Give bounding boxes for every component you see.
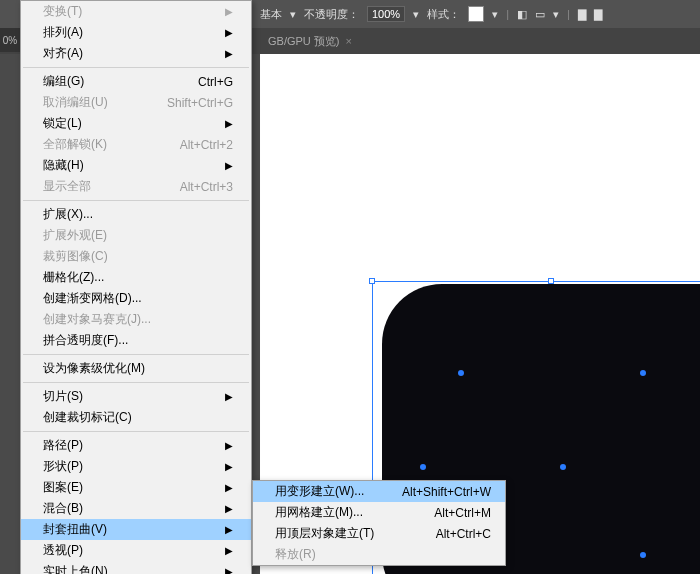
menu-item-unlock-all: 全部解锁(K)Alt+Ctrl+2: [21, 134, 251, 155]
menu-item-ungroup: 取消编组(U)Shift+Ctrl+G: [21, 92, 251, 113]
menu-item-blend[interactable]: 混合(B)▶: [21, 498, 251, 519]
align-icon[interactable]: ◧: [517, 8, 527, 21]
submenu-arrow-icon: ▶: [225, 440, 233, 451]
menu-divider: [23, 354, 249, 355]
submenu-item-make-with-warp[interactable]: 用变形建立(W)...Alt+Shift+Ctrl+W: [253, 481, 505, 502]
menu-divider: [23, 382, 249, 383]
submenu-arrow-icon: ▶: [225, 391, 233, 402]
submenu-arrow-icon: ▶: [225, 27, 233, 38]
submenu-arrow-icon: ▶: [225, 545, 233, 556]
basic-label[interactable]: 基本: [260, 7, 282, 22]
menu-item-label: 扩展(X)...: [43, 206, 93, 223]
selection-handle[interactable]: [369, 278, 375, 284]
close-icon[interactable]: ×: [346, 35, 352, 47]
menu-item-envelope-distort[interactable]: 封套扭曲(V)▶: [21, 519, 251, 540]
dropdown-icon[interactable]: ▾: [553, 8, 559, 21]
menu-item-label: 隐藏(H): [43, 157, 84, 174]
document-tab[interactable]: GB/GPU 预览) ×: [260, 30, 360, 53]
menu-item-label: 创建裁切标记(C): [43, 409, 132, 426]
menu-item-pixel-perfect[interactable]: 设为像素级优化(M): [21, 358, 251, 379]
submenu-item-release: 释放(R): [253, 544, 505, 565]
anchor-point[interactable]: [560, 464, 566, 470]
menu-item-shortcut: Alt+Ctrl+C: [436, 527, 491, 541]
submenu-arrow-icon: ▶: [225, 503, 233, 514]
submenu-arrow-icon: ▶: [225, 566, 233, 574]
envelope-distort-submenu[interactable]: 用变形建立(W)...Alt+Shift+Ctrl+W用网格建立(M)...Al…: [252, 480, 506, 566]
menu-item-align[interactable]: 对齐(A)▶: [21, 43, 251, 64]
menu-item-expand-appearance: 扩展外观(E): [21, 225, 251, 246]
menu-item-label: 裁剪图像(C): [43, 248, 108, 265]
zoom-indicator: 0%: [0, 28, 20, 52]
menu-item-pattern[interactable]: 图案(E)▶: [21, 477, 251, 498]
menu-item-create-gradient-mesh[interactable]: 创建渐变网格(D)...: [21, 288, 251, 309]
menu-item-arrange[interactable]: 排列(A)▶: [21, 22, 251, 43]
submenu-arrow-icon: ▶: [225, 160, 233, 171]
menu-item-live-paint[interactable]: 实时上色(N)▶: [21, 561, 251, 574]
dropdown-icon[interactable]: ▾: [492, 8, 498, 21]
menu-item-shortcut: Shift+Ctrl+G: [167, 96, 233, 110]
menu-item-label: 显示全部: [43, 178, 91, 195]
menu-item-shape[interactable]: 形状(P)▶: [21, 456, 251, 477]
menu-item-label: 排列(A): [43, 24, 83, 41]
menu-item-shortcut: Alt+Shift+Ctrl+W: [402, 485, 491, 499]
menu-item-shortcut: Ctrl+G: [198, 75, 233, 89]
menu-item-label: 路径(P): [43, 437, 83, 454]
dropdown-icon[interactable]: ▾: [290, 8, 296, 21]
menu-item-label: 扩展外观(E): [43, 227, 107, 244]
submenu-arrow-icon: ▶: [225, 482, 233, 493]
anchor-point[interactable]: [420, 464, 426, 470]
submenu-arrow-icon: ▶: [225, 118, 233, 129]
menu-item-group[interactable]: 编组(G)Ctrl+G: [21, 71, 251, 92]
menu-item-label: 切片(S): [43, 388, 83, 405]
menu-item-label: 透视(P): [43, 542, 83, 559]
menu-item-label: 混合(B): [43, 500, 83, 517]
menu-item-trim-marks[interactable]: 创建裁切标记(C): [21, 407, 251, 428]
menu-item-label: 创建对象马赛克(J)...: [43, 311, 151, 328]
menu-item-label: 实时上色(N): [43, 563, 108, 574]
menu-item-label: 用变形建立(W)...: [275, 483, 364, 500]
align-left-icon[interactable]: ▇: [578, 8, 586, 21]
selection-handle[interactable]: [548, 278, 554, 284]
menu-divider: [23, 431, 249, 432]
style-swatch[interactable]: [468, 6, 484, 22]
menu-item-label: 对齐(A): [43, 45, 83, 62]
menu-item-label: 变换(T): [43, 3, 82, 20]
dropdown-icon[interactable]: ▾: [413, 8, 419, 21]
menu-item-rasterize[interactable]: 栅格化(Z)...: [21, 267, 251, 288]
submenu-item-make-with-mesh[interactable]: 用网格建立(M)...Alt+Ctrl+M: [253, 502, 505, 523]
menu-item-label: 全部解锁(K): [43, 136, 107, 153]
opacity-label: 不透明度：: [304, 7, 359, 22]
menu-item-label: 编组(G): [43, 73, 84, 90]
menu-item-label: 拼合透明度(F)...: [43, 332, 128, 349]
style-label: 样式：: [427, 7, 460, 22]
menu-item-show-all: 显示全部Alt+Ctrl+3: [21, 176, 251, 197]
submenu-arrow-icon: ▶: [225, 524, 233, 535]
menu-divider: [23, 67, 249, 68]
object-menu[interactable]: 变换(T)▶排列(A)▶对齐(A)▶编组(G)Ctrl+G取消编组(U)Shif…: [20, 0, 252, 574]
submenu-arrow-icon: ▶: [225, 461, 233, 472]
menu-item-expand[interactable]: 扩展(X)...: [21, 204, 251, 225]
menu-item-label: 形状(P): [43, 458, 83, 475]
menu-item-label: 栅格化(Z)...: [43, 269, 104, 286]
menu-item-path[interactable]: 路径(P)▶: [21, 435, 251, 456]
anchor-point[interactable]: [640, 552, 646, 558]
submenu-arrow-icon: ▶: [225, 6, 233, 17]
menu-item-shortcut: Alt+Ctrl+3: [180, 180, 233, 194]
menu-item-flatten-transparency[interactable]: 拼合透明度(F)...: [21, 330, 251, 351]
menu-divider: [23, 200, 249, 201]
menu-item-shortcut: Alt+Ctrl+2: [180, 138, 233, 152]
menu-item-label: 用网格建立(M)...: [275, 504, 363, 521]
menu-item-slice[interactable]: 切片(S)▶: [21, 386, 251, 407]
menu-item-hide[interactable]: 隐藏(H)▶: [21, 155, 251, 176]
anchor-point[interactable]: [640, 370, 646, 376]
doc-setup-icon[interactable]: ▭: [535, 8, 545, 21]
menu-item-perspective[interactable]: 透视(P)▶: [21, 540, 251, 561]
opacity-value[interactable]: 100%: [367, 6, 405, 22]
menu-item-lock[interactable]: 锁定(L)▶: [21, 113, 251, 134]
submenu-item-make-with-top[interactable]: 用顶层对象建立(T)Alt+Ctrl+C: [253, 523, 505, 544]
submenu-arrow-icon: ▶: [225, 48, 233, 59]
align-center-icon[interactable]: ▇: [594, 8, 602, 21]
menu-item-label: 图案(E): [43, 479, 83, 496]
menu-item-label: 用顶层对象建立(T): [275, 525, 374, 542]
anchor-point[interactable]: [458, 370, 464, 376]
